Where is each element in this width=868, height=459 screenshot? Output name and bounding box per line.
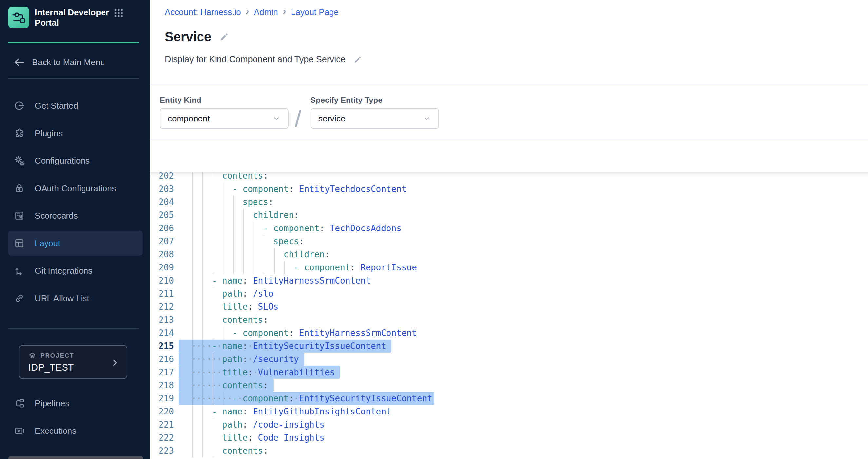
breadcrumb-item[interactable]: Layout Page: [291, 7, 339, 18]
indent-guide: [253, 261, 254, 274]
code-line[interactable]: 210 - name: EntityHarnessSrmContent: [150, 274, 868, 287]
sidebar-item-label: Layout: [35, 238, 60, 249]
indent-guide: [202, 300, 203, 313]
code-line[interactable]: 221 path: /code-insights: [150, 418, 868, 431]
project-card[interactable]: PROJECT IDP_TEST: [19, 345, 127, 379]
code-line[interactable]: 211 path: /slo: [150, 287, 868, 300]
back-to-main-menu-button[interactable]: Back to Main Menu: [13, 56, 105, 69]
line-number[interactable]: 206: [150, 222, 174, 235]
line-number[interactable]: 214: [150, 326, 174, 339]
idp-logo[interactable]: [8, 6, 29, 28]
code-line[interactable]: 216······path:·/security: [150, 353, 868, 366]
entity-type-value: service: [318, 113, 423, 124]
code-editor-lines: 202 contents:203 - component: EntityTech…: [150, 172, 868, 457]
indent-guide: [223, 248, 223, 261]
code-line[interactable]: 209 - component: ReportIssue: [150, 261, 868, 274]
line-number[interactable]: 210: [150, 274, 174, 287]
sidebar-item-url-allow-list[interactable]: URL Allow List: [8, 286, 143, 311]
line-number[interactable]: 207: [150, 235, 174, 248]
code-line[interactable]: 207 specs:: [150, 235, 868, 248]
code-line[interactable]: 222 title: Code Insights: [150, 431, 868, 444]
title-row: Service: [165, 29, 229, 44]
indent-guide: [192, 353, 193, 366]
code-line[interactable]: 212 title: SLOs: [150, 300, 868, 313]
code-line[interactable]: 217······title:·Vulnerabilities: [150, 366, 868, 379]
sidebar-item-scorecards[interactable]: Scorecards: [8, 203, 143, 228]
code-line-text: - name: EntityHarnessSrmContent: [191, 274, 371, 287]
code-line[interactable]: 206 - component: TechDocsAddons: [150, 222, 868, 235]
code-line[interactable]: 220 - name: EntityGithubInsightsContent: [150, 405, 868, 418]
entity-kind-select[interactable]: component: [160, 108, 288, 129]
indent-guide: [192, 326, 193, 339]
line-number[interactable]: 211: [150, 287, 174, 300]
get-started-icon: [14, 100, 25, 111]
edit-subtitle-button[interactable]: [353, 55, 362, 64]
code-line[interactable]: 223 contents:: [150, 444, 868, 457]
code-line[interactable]: 218······contents:: [150, 379, 868, 392]
code-line-text: - component: ReportIssue: [191, 261, 417, 274]
indent-guide: [192, 444, 193, 457]
line-number[interactable]: 208: [150, 248, 174, 261]
indent-guide: [223, 235, 223, 248]
sidebar-divider: [8, 78, 139, 78]
line-number[interactable]: 216: [150, 353, 174, 366]
indent-guide: [202, 287, 203, 300]
sidebar-item-oauth-configurations[interactable]: OAuth Configurations: [8, 176, 143, 201]
line-number[interactable]: 212: [150, 300, 174, 313]
line-number[interactable]: 213: [150, 313, 174, 326]
sidebar-item-layout[interactable]: Layout: [8, 231, 143, 256]
code-line[interactable]: 219········-·component:·EntitySecurityIs…: [150, 392, 868, 405]
indent-guide: [223, 208, 223, 222]
indent-guide: [213, 235, 213, 248]
indent-guide: [192, 208, 193, 222]
code-line[interactable]: 204 specs:: [150, 195, 868, 208]
line-number[interactable]: 220: [150, 405, 174, 418]
line-number[interactable]: 209: [150, 261, 174, 274]
sidebar-item-configurations[interactable]: Configurations: [8, 148, 143, 173]
sidebar-item-pipelines[interactable]: Pipelines: [8, 391, 143, 416]
indent-guide: [213, 183, 213, 195]
indent-guide: [223, 326, 223, 339]
sidebar-item-get-started[interactable]: Get Started: [8, 93, 143, 118]
line-number[interactable]: 218: [150, 379, 174, 392]
sidebar-item-executions[interactable]: Executions: [8, 418, 143, 443]
indent-guide: [243, 235, 244, 248]
code-line[interactable]: 214 - component: EntityHarnessSrmContent: [150, 326, 868, 339]
code-line-text: - component: EntityHarnessSrmContent: [191, 326, 417, 339]
entity-type-select[interactable]: service: [311, 108, 439, 129]
line-number[interactable]: 215: [150, 339, 174, 353]
code-line[interactable]: 205 children:: [150, 208, 868, 222]
line-number[interactable]: 222: [150, 431, 174, 444]
indent-guide: [192, 300, 193, 313]
line-number[interactable]: 221: [150, 418, 174, 431]
line-number[interactable]: 203: [150, 183, 174, 195]
indent-guide: [213, 326, 213, 339]
code-line[interactable]: 203 - component: EntityTechdocsContent: [150, 183, 868, 195]
code-line[interactable]: 215····-·name:·EntitySecurityIssueConten…: [150, 339, 868, 353]
entity-type-label: Specify Entity Type: [311, 96, 382, 105]
code-line[interactable]: 213 contents:: [150, 313, 868, 326]
subtitle-row: Display for Kind Component and Type Serv…: [165, 54, 362, 65]
sidebar-item-label: Configurations: [35, 156, 90, 166]
apps-grid-icon[interactable]: [113, 8, 124, 20]
breadcrumb-item[interactable]: Account: Harness.io: [165, 7, 241, 18]
sidebar-item-git-integrations[interactable]: Git Integrations: [8, 258, 143, 283]
code-line[interactable]: 202 contents:: [150, 172, 868, 183]
edit-title-button[interactable]: [219, 32, 229, 42]
sidebar-scrollbar[interactable]: [8, 456, 143, 459]
indent-guide: [202, 172, 203, 183]
sidebar-item-plugins[interactable]: Plugins: [8, 121, 143, 146]
line-number[interactable]: 205: [150, 208, 174, 222]
indent-guide: [192, 339, 193, 353]
breadcrumb-item[interactable]: Admin: [254, 7, 278, 18]
line-number[interactable]: 217: [150, 366, 174, 379]
indent-guide: [253, 222, 254, 235]
line-number[interactable]: 223: [150, 444, 174, 457]
line-number[interactable]: 202: [150, 172, 174, 183]
line-number[interactable]: 204: [150, 195, 174, 208]
line-number[interactable]: 219: [150, 392, 174, 405]
code-line[interactable]: 208 children:: [150, 248, 868, 261]
executions-icon: [14, 425, 25, 436]
yaml-editor[interactable]: 202 contents:203 - component: EntityTech…: [150, 172, 868, 459]
entity-kind-value: component: [168, 113, 272, 124]
